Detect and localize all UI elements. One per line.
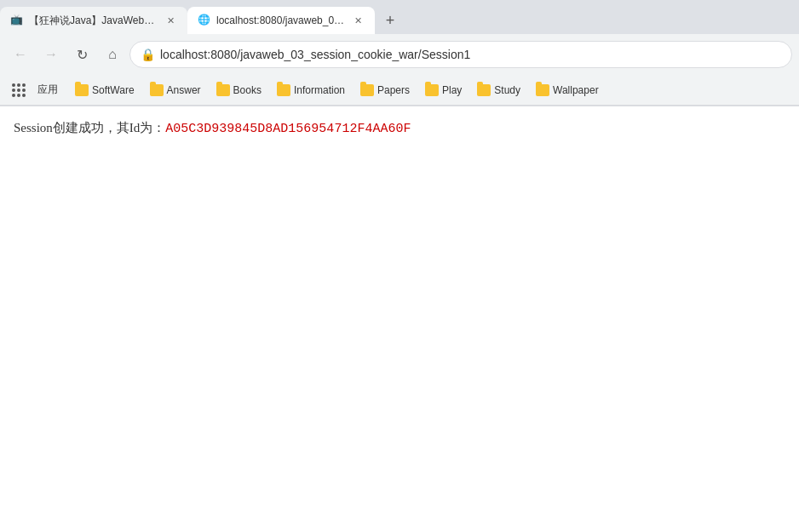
bookmark-study[interactable]: Study xyxy=(470,82,527,99)
forward-button[interactable]: → xyxy=(37,41,65,68)
session-prefix: Session创建成功，其Id为： xyxy=(14,121,165,134)
folder-icon-play xyxy=(425,84,439,96)
folder-icon-study xyxy=(477,84,491,96)
folder-icon-answer xyxy=(150,84,164,96)
bookmark-software[interactable]: SoftWare xyxy=(68,82,141,99)
bookmark-answer[interactable]: Answer xyxy=(143,82,208,99)
tab-2-title: localhost:8080/javaweb_03_se... xyxy=(216,14,346,26)
bookmark-wallpaper-label: Wallpaper xyxy=(553,84,599,96)
back-button[interactable]: ← xyxy=(7,41,34,68)
folder-icon-software xyxy=(75,84,89,96)
apps-label[interactable]: 应用 xyxy=(32,81,63,99)
bookmark-information-label: Information xyxy=(294,84,345,96)
tab-2[interactable]: 🌐 localhost:8080/javaweb_03_se... ✕ xyxy=(187,7,375,34)
bookmark-books-label: Books xyxy=(233,84,262,96)
tab-2-favicon: 🌐 xyxy=(198,14,211,27)
bookmark-answer-label: Answer xyxy=(167,84,201,96)
folder-icon-wallpaper xyxy=(536,84,549,96)
bookmark-information[interactable]: Information xyxy=(270,82,352,99)
new-tab-button[interactable]: + xyxy=(378,9,402,32)
bookmark-papers-label: Papers xyxy=(377,84,410,96)
session-message: Session创建成功，其Id为：A05C3D939845D8AD1569547… xyxy=(14,120,785,136)
tab-bar: 📺 【狂神说Java】JavaWeb入门到... ✕ 🌐 localhost:8… xyxy=(0,0,799,34)
page-content: Session创建成功，其Id为：A05C3D939845D8AD1569547… xyxy=(0,106,799,532)
folder-icon-papers xyxy=(360,84,374,96)
back-icon: ← xyxy=(14,47,27,62)
forward-icon: → xyxy=(44,47,58,62)
apps-grid-icon xyxy=(12,83,26,97)
bookmark-books[interactable]: Books xyxy=(210,82,268,99)
apps-button[interactable] xyxy=(7,78,31,102)
folder-icon-information xyxy=(277,84,290,96)
nav-bar: ← → ↻ ⌂ 🔒 localhost:8080/javaweb_03_sess… xyxy=(0,34,799,75)
session-id: A05C3D939845D8AD156954712F4AA60F xyxy=(165,122,411,136)
tab-2-close[interactable]: ✕ xyxy=(351,14,365,27)
reload-icon: ↻ xyxy=(77,47,88,63)
tab-1-close[interactable]: ✕ xyxy=(164,14,177,27)
home-icon: ⌂ xyxy=(108,47,117,62)
bookmark-study-label: Study xyxy=(494,84,520,96)
address-text: localhost:8080/javaweb_03_session_cookie… xyxy=(160,48,470,61)
secure-icon: 🔒 xyxy=(141,48,155,61)
bookmark-wallpaper[interactable]: Wallpaper xyxy=(529,82,606,99)
reload-button[interactable]: ↻ xyxy=(68,41,95,68)
tab-1-favicon: 📺 xyxy=(10,14,24,27)
tab-1-title: 【狂神说Java】JavaWeb入门到... xyxy=(29,14,158,28)
bookmark-papers[interactable]: Papers xyxy=(354,82,417,99)
folder-icon-books xyxy=(216,84,230,96)
bookmark-software-label: SoftWare xyxy=(92,84,135,96)
home-button[interactable]: ⌂ xyxy=(99,41,126,68)
bookmark-play[interactable]: Play xyxy=(418,82,468,99)
tab-1[interactable]: 📺 【狂神说Java】JavaWeb入门到... ✕ xyxy=(0,7,187,34)
bookmark-play-label: Play xyxy=(442,84,462,96)
bookmarks-bar: 应用 SoftWare Answer Books Information Pap… xyxy=(0,75,799,106)
browser-chrome: 📺 【狂神说Java】JavaWeb入门到... ✕ 🌐 localhost:8… xyxy=(0,0,799,106)
address-bar[interactable]: 🔒 localhost:8080/javaweb_03_session_cook… xyxy=(129,41,792,68)
